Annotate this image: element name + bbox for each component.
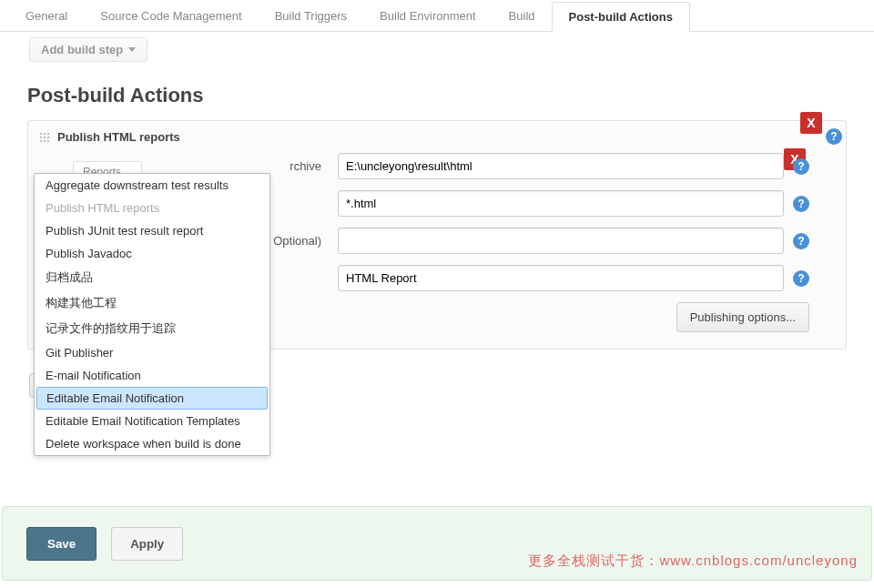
tab-triggers[interactable]: Build Triggers [259,2,363,31]
panel-title: Publish HTML reports [57,130,180,144]
tab-env[interactable]: Build Environment [363,2,493,31]
menu-item[interactable]: E-mail Notification [35,364,269,387]
menu-item[interactable]: Editable Email Notification [36,387,268,410]
tab-scm[interactable]: Source Code Management [84,2,258,31]
menu-item: Publish HTML reports [35,197,269,219]
menu-item[interactable]: 构建其他工程 [35,290,269,316]
watermark-link[interactable]: www.cnblogs.com/uncleyong [659,553,858,568]
post-build-action-menu: Aggregate downstream test resultsPublish… [34,173,270,456]
section-title: Post-build Actions [0,62,874,120]
menu-item[interactable]: Editable Email Notification Templates [35,410,269,432]
add-build-step-button[interactable]: Add build step [29,37,147,62]
tab-general[interactable]: General [9,2,84,31]
index-pages-input[interactable] [338,190,784,217]
help-icon[interactable]: ? [793,270,809,287]
help-icon[interactable]: ? [793,233,809,249]
menu-item[interactable]: 记录文件的指纹用于追踪 [35,316,269,341]
drag-grip-icon[interactable] [39,132,50,143]
tab-post-build[interactable]: Post-build Actions [552,2,690,32]
publishing-options-button[interactable]: Publishing options... [676,302,809,332]
tab-build[interactable]: Build [493,2,552,31]
config-tabs: General Source Code Management Build Tri… [0,2,874,32]
report-title-input[interactable] [338,265,784,291]
menu-item[interactable]: 归档成品 [35,265,269,290]
add-build-step-label: Add build step [41,43,123,56]
menu-item[interactable]: Aggregate downstream test results [35,174,269,197]
menu-item[interactable]: Publish JUnit test result report [35,219,269,242]
menu-item[interactable]: Publish Javadoc [35,242,269,265]
menu-item[interactable]: Git Publisher [35,341,269,364]
watermark-text: 更多全栈测试干货：www.cnblogs.com/uncleyong [528,553,858,570]
menu-item[interactable]: Delete workspace when build is done [35,432,269,455]
optional-input[interactable] [338,228,784,254]
panel-close-button[interactable]: X [800,112,822,134]
caret-icon [128,47,136,52]
apply-button[interactable]: Apply [111,527,183,561]
help-icon[interactable]: ? [793,158,809,175]
archive-dir-input[interactable] [338,153,784,179]
save-button[interactable]: Save [26,527,97,561]
help-icon[interactable]: ? [826,128,842,145]
help-icon[interactable]: ? [793,196,809,212]
